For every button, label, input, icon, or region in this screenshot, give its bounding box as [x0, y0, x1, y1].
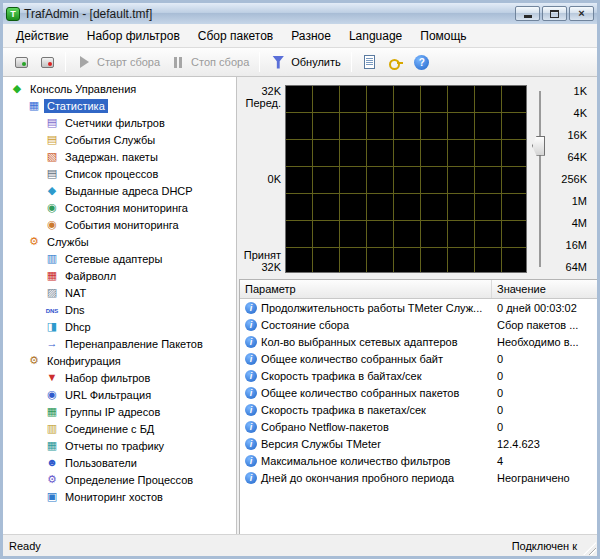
graph-sent-label: Перед.	[239, 97, 281, 109]
play-icon	[76, 54, 92, 70]
traffic-graph	[285, 85, 527, 273]
help-button[interactable]: ?	[409, 51, 435, 73]
traffic-reports-icon	[44, 440, 60, 451]
info-icon	[245, 370, 257, 382]
maximize-button[interactable]	[542, 6, 567, 21]
tree-item-db-connection[interactable]: Соединение с БД	[3, 420, 236, 437]
app-icon: T	[6, 7, 20, 21]
tree-item-service-events[interactable]: События Службы	[3, 131, 236, 148]
table-row[interactable]: Версия Службы TMeter12.4.623	[240, 435, 597, 452]
scale-label: 1M	[553, 195, 587, 207]
tree-item-services[interactable]: Службы	[3, 233, 236, 250]
menu-packet-capture[interactable]: Сбор пакетов	[189, 25, 282, 47]
table-row[interactable]: Общее количество собранных байт0	[240, 350, 597, 367]
ip-groups-icon	[44, 406, 60, 417]
menu-misc[interactable]: Разное	[282, 25, 340, 47]
table-row[interactable]: Собрано Netflow-пакетов0	[240, 418, 597, 435]
menu-filter-set[interactable]: Набор фильтров	[78, 25, 189, 47]
tree-item-firewall[interactable]: Файрволл	[3, 267, 236, 284]
start-capture-button[interactable]: Старт сбора	[71, 51, 165, 73]
delayed-packets-icon	[44, 151, 60, 162]
connection-status: Подключен к	[512, 540, 591, 552]
tree-item-users[interactable]: Пользователи	[3, 454, 236, 471]
tree-item-monitoring-states[interactable]: Состояния мониторинга	[3, 199, 236, 216]
monitoring-events-icon	[44, 219, 60, 230]
info-icon	[245, 336, 257, 348]
minimize-button[interactable]	[515, 6, 540, 21]
tree-item-dhcp[interactable]: Dhcp	[3, 318, 236, 335]
column-header-parameter[interactable]: Параметр	[240, 280, 492, 298]
tree-item-traffic-reports[interactable]: Отчеты по трафику	[3, 437, 236, 454]
tree-item-dhcp-addresses[interactable]: Выданные адреса DHCP	[3, 182, 236, 199]
disconnect-service-button[interactable]	[34, 51, 60, 73]
tree-item-ip-groups[interactable]: Группы IP адресов	[3, 403, 236, 420]
info-icon	[245, 438, 257, 450]
slider-thumb[interactable]	[532, 136, 545, 156]
menu-help[interactable]: Помощь	[411, 25, 475, 47]
tree-item-packet-redirect[interactable]: Перенаправление Пакетов	[3, 335, 236, 352]
graph-recv-value: 32K	[239, 261, 281, 273]
table-row[interactable]: Состояние сбораСбор пакетов ...	[240, 316, 597, 333]
key-icon	[388, 54, 404, 70]
console-icon	[9, 83, 25, 94]
stop-capture-button[interactable]: Стоп сбора	[165, 51, 254, 73]
column-header-value[interactable]: Значение	[492, 280, 597, 298]
menu-action[interactable]: Действие	[7, 25, 78, 47]
tree-item-dns[interactable]: Dns	[3, 301, 236, 318]
statistics-icon	[26, 100, 42, 111]
url-filtering-icon	[44, 389, 60, 400]
tree-item-console[interactable]: Консоль Управления	[3, 80, 236, 97]
users-icon	[44, 457, 60, 468]
table-row[interactable]: Максимальное количество фильтров4	[240, 452, 597, 469]
tree-item-statistics[interactable]: Статистика	[3, 97, 236, 114]
table-row[interactable]: Дней до окончания пробного периодаНеогра…	[240, 469, 597, 486]
toolbar: Старт сбора Стоп сбора Обнулить ?	[3, 48, 597, 77]
table-row[interactable]: Скорость трафика в байтах/сек0	[240, 367, 597, 384]
table-row[interactable]: Продолжительность работы TMeter Служ...0…	[240, 299, 597, 316]
service-events-icon	[44, 134, 60, 145]
tree-item-url-filtering[interactable]: URL Фильтрация	[3, 386, 236, 403]
configuration-icon	[26, 355, 42, 366]
tree-item-monitoring-events[interactable]: События мониторинга	[3, 216, 236, 233]
scale-label: 4K	[553, 107, 587, 119]
close-icon: ×	[578, 8, 584, 19]
reset-counters-button[interactable]: Обнулить	[265, 51, 346, 73]
table-row[interactable]: Скорость трафика в пакетах/сек0	[240, 401, 597, 418]
status-text: Ready	[9, 540, 512, 552]
table-row[interactable]: Общее количество собранных пакетов0	[240, 384, 597, 401]
title-bar: T TrafAdmin - [default.tmf] ×	[3, 3, 597, 24]
license-button[interactable]	[383, 51, 409, 73]
toolbar-separator	[259, 52, 260, 72]
scale-label: 16K	[553, 129, 587, 141]
tree-item-filter-counters[interactable]: Счетчики фильтров	[3, 114, 236, 131]
info-icon	[245, 404, 257, 416]
info-icon	[245, 387, 257, 399]
slider-track	[539, 91, 541, 267]
close-button[interactable]: ×	[569, 6, 594, 21]
table-row[interactable]: Кол-во выбранных сетевых адаптеровНеобхо…	[240, 333, 597, 350]
disconnect-service-icon	[39, 54, 55, 70]
nat-icon	[44, 287, 60, 298]
info-icon	[245, 353, 257, 365]
tree-item-configuration[interactable]: Конфигурация	[3, 352, 236, 369]
dhcp-icon	[44, 321, 60, 332]
connect-service-button[interactable]	[8, 51, 34, 73]
info-icon	[245, 302, 257, 314]
tree-item-nat[interactable]: NAT	[3, 284, 236, 301]
tree-item-host-monitoring[interactable]: Мониторинг хостов	[3, 488, 236, 505]
tree-item-filter-set[interactable]: Набор фильтров	[3, 369, 236, 386]
tree-item-process-list[interactable]: Список процессов	[3, 165, 236, 182]
tree-item-delayed-packets[interactable]: Задержан. пакеты	[3, 148, 236, 165]
navigation-tree: Консоль Управления Статистика Счетчики ф…	[3, 77, 237, 534]
info-icon	[245, 421, 257, 433]
tree-item-network-adapters[interactable]: Сетевые адаптеры	[3, 250, 236, 267]
report-button[interactable]	[357, 51, 383, 73]
menu-language[interactable]: Language	[340, 25, 411, 47]
toolbar-separator	[351, 52, 352, 72]
tree-item-process-detection[interactable]: Определение Процессов	[3, 471, 236, 488]
maximize-icon	[550, 10, 559, 18]
dns-icon	[44, 304, 60, 315]
scale-label: 64K	[553, 151, 587, 163]
process-detection-icon	[44, 474, 60, 485]
scale-label: 256K	[553, 173, 587, 185]
